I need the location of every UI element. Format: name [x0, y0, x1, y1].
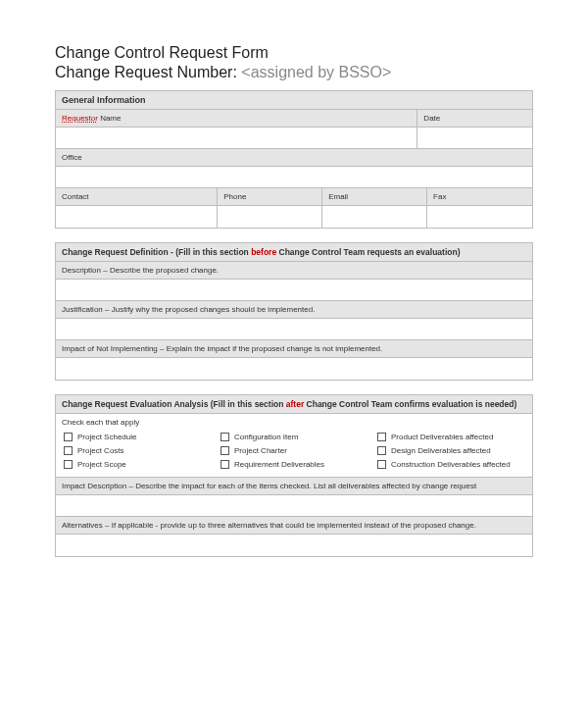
office-input[interactable] — [56, 167, 532, 188]
alternatives-label: Alternatives – If applicable - provide u… — [56, 517, 532, 535]
definition-desc-input[interactable] — [56, 280, 532, 301]
check-label: Project Charter — [234, 446, 287, 455]
section-general: General Information Requestor Name Date … — [55, 90, 533, 229]
definition-desc-label: Description – Describe the proposed chan… — [56, 262, 532, 280]
assigned-by: <assigned by BSSO> — [241, 64, 391, 80]
definition-impact-input[interactable] — [56, 358, 532, 380]
check-label: Product Deliverables affected — [391, 433, 493, 441]
request-number-label: Change Request Number: — [55, 64, 237, 80]
phone-input[interactable] — [218, 206, 322, 228]
impact-desc-label: Impact Description – Describe the impact… — [56, 478, 532, 495]
requestor-red: Requestor — [62, 114, 98, 123]
definition-just-label: Justification – Justify why the proposed… — [56, 301, 532, 319]
fax-input[interactable] — [427, 206, 532, 228]
check-label: Requirement Deliverables — [234, 460, 324, 469]
check-label: Construction Deliverables affected — [391, 460, 511, 469]
general-header: General Information — [56, 91, 532, 110]
checkbox[interactable] — [377, 433, 386, 441]
check-label: Configuration Item — [234, 433, 298, 441]
requestor-label: Requestor Name — [56, 110, 417, 128]
eval-hdr-pre: Change Request Evaluation Analysis (Fill… — [62, 399, 286, 409]
checkbox[interactable] — [64, 460, 73, 469]
check-label: Design Deliverables affected — [391, 446, 491, 455]
check-instruction: Check each that apply — [56, 414, 532, 427]
check-item: Configuration Item — [220, 433, 368, 441]
checkbox[interactable] — [220, 460, 229, 469]
check-item: Construction Deliverables affected — [377, 460, 524, 469]
email-input[interactable] — [322, 206, 427, 228]
impact-desc-input[interactable] — [56, 495, 532, 517]
checkbox[interactable] — [220, 446, 229, 455]
evaluation-header: Change Request Evaluation Analysis (Fill… — [56, 395, 532, 414]
checkbox[interactable] — [64, 446, 73, 455]
check-label: Project Schedule — [77, 433, 136, 441]
def-hdr-post: Change Control Team requests an evaluati… — [276, 247, 460, 257]
section-evaluation: Change Request Evaluation Analysis (Fill… — [55, 394, 533, 557]
office-label: Office — [56, 149, 532, 167]
check-item: Project Costs — [64, 446, 211, 455]
checkbox[interactable] — [377, 446, 386, 455]
date-input[interactable] — [417, 128, 532, 149]
check-label: Project Costs — [77, 446, 124, 455]
title-line-2: Change Request Number: <assigned by BSSO… — [55, 63, 533, 82]
email-label: Email — [322, 188, 427, 206]
check-item: Project Scope — [64, 460, 211, 469]
date-label: Date — [417, 110, 532, 128]
title-line-1: Change Control Request Form — [55, 43, 533, 63]
def-hdr-red: before — [251, 247, 276, 257]
contact-label: Contact — [56, 188, 218, 206]
phone-label: Phone — [218, 188, 322, 206]
alternatives-input[interactable] — [56, 535, 532, 556]
definition-impact-label: Impact of Not Implementing – Explain the… — [56, 340, 532, 358]
contact-input[interactable] — [56, 206, 218, 228]
eval-hdr-post: Change Control Team confirms evaluation … — [304, 399, 516, 409]
checkbox[interactable] — [220, 433, 229, 441]
checkbox[interactable] — [64, 433, 73, 441]
form-title-block: Change Control Request Form Change Reque… — [55, 43, 533, 82]
section-definition: Change Request Definition - (Fill in thi… — [55, 242, 533, 381]
definition-just-input[interactable] — [56, 319, 532, 340]
checkbox[interactable] — [377, 460, 386, 469]
check-item: Product Deliverables affected — [377, 433, 524, 441]
checkbox-grid: Project Schedule Configuration Item Prod… — [56, 427, 532, 478]
check-item: Project Charter — [220, 446, 368, 455]
requestor-rest: Name — [98, 114, 122, 123]
check-item: Requirement Deliverables — [220, 460, 368, 469]
check-item: Project Schedule — [64, 433, 211, 441]
def-hdr-pre: Change Request Definition - (Fill in thi… — [62, 247, 251, 257]
definition-header: Change Request Definition - (Fill in thi… — [56, 243, 532, 262]
fax-label: Fax — [427, 188, 532, 206]
check-label: Project Scope — [77, 460, 126, 469]
check-item: Design Deliverables affected — [377, 446, 524, 455]
requestor-input[interactable] — [56, 128, 417, 149]
eval-hdr-red: after — [286, 399, 304, 409]
